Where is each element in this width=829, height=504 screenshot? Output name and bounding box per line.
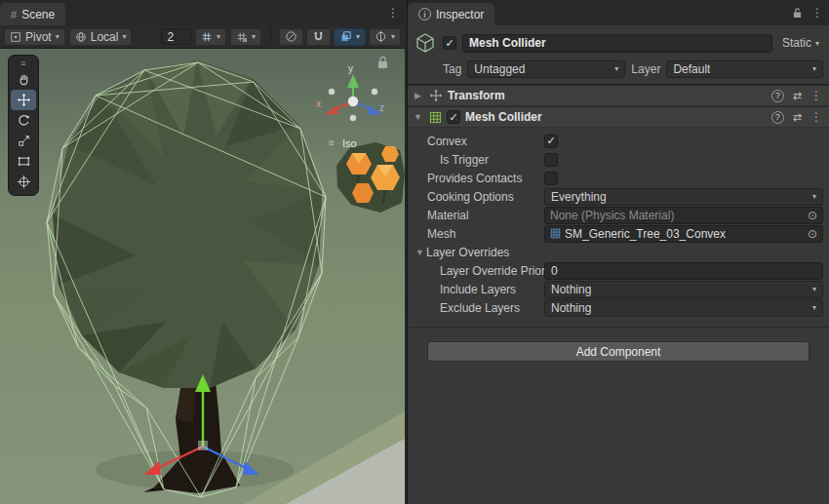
- overlay-dropdown[interactable]: ▾: [369, 28, 401, 46]
- tab-scene[interactable]: # Scene: [0, 3, 65, 25]
- row-mesh: Mesh SM_Generic_Tree_03_Convex ⊙: [408, 224, 823, 243]
- chevron-down-icon: ▾: [812, 192, 816, 201]
- chevron-down-icon: ▾: [122, 32, 126, 41]
- unity-editor: # Scene ⋮ Pivot ▾ Local ▾ 2: [0, 0, 829, 504]
- mesh-collider-enabled-checkbox[interactable]: ✓: [447, 110, 460, 124]
- transform-header[interactable]: ▶ Transform ? ⇄ ⋮: [408, 85, 829, 106]
- scene-viewport[interactable]: y x z ≡ Iso ≡: [0, 49, 405, 504]
- mesh-object-field[interactable]: SM_Generic_Tree_03_Convex ⊙: [544, 225, 823, 243]
- row-material: Material None (Physics Material) ⊙: [408, 206, 823, 224]
- grid-hash-icon: #: [11, 9, 17, 20]
- inspector-more-icon[interactable]: ⋮: [811, 6, 823, 19]
- exclude-layers-dropdown[interactable]: Nothing ▾: [544, 299, 823, 317]
- scene-more-icon[interactable]: ⋮: [387, 6, 399, 19]
- mesh-collider-title: Mesh Collider: [465, 110, 542, 124]
- chevron-down-icon: ▾: [812, 303, 816, 312]
- gizmos-icon: [375, 30, 387, 43]
- layer-label: Layer: [631, 62, 660, 76]
- help-icon[interactable]: ?: [771, 111, 784, 124]
- grid-visibility-dropdown[interactable]: ▾: [195, 28, 226, 46]
- pivot-dropdown[interactable]: Pivot ▾: [4, 28, 65, 46]
- rotate-tool-button[interactable]: [11, 110, 36, 131]
- handle-orientation-dropdown[interactable]: Local ▾: [69, 28, 133, 46]
- chevron-down-icon: ▾: [356, 32, 360, 41]
- row-cooking-options: Cooking Options Everything ▾: [408, 187, 823, 206]
- pivot-label: Pivot: [25, 30, 52, 44]
- collider-cube-icon: [414, 31, 437, 55]
- rotate-icon: [17, 113, 31, 128]
- snapping-toggle[interactable]: [306, 28, 331, 46]
- magnet-icon: [312, 30, 325, 43]
- move-icon: [17, 93, 31, 107]
- static-label: Static: [782, 36, 811, 50]
- gameobject-active-checkbox[interactable]: ✓: [443, 36, 456, 50]
- view-tool-button[interactable]: [11, 69, 36, 90]
- local-label: Local: [91, 30, 119, 44]
- mesh-collider-more-icon[interactable]: ⋮: [810, 110, 822, 124]
- gameobject-header: ✓ Mesh Collider Static ▾ Tag Untagged ▾ …: [408, 25, 829, 85]
- grid-icon: [201, 31, 213, 43]
- layer-overrides-foldout[interactable]: ▼ Layer Overrides: [408, 243, 823, 261]
- object-picker-icon[interactable]: ⊙: [806, 228, 819, 240]
- grid-snap-dropdown[interactable]: ▾: [230, 28, 261, 46]
- row-provides-contacts: Provides Contacts ✓: [408, 169, 823, 187]
- convex-checkbox[interactable]: ✓: [544, 135, 558, 148]
- transform-more-icon[interactable]: ⋮: [810, 89, 822, 102]
- layer-dropdown[interactable]: Default ▾: [666, 60, 823, 78]
- scale-icon: [17, 134, 31, 148]
- inspector-tabbar: i Inspector ⋮: [408, 0, 829, 25]
- gameobject-name-field[interactable]: Mesh Collider: [462, 34, 772, 53]
- scene-visibility-toggle[interactable]: [279, 28, 303, 46]
- static-dropdown[interactable]: Static ▾: [778, 36, 823, 50]
- chevron-down-icon: ▾: [217, 32, 220, 41]
- provides-contacts-checkbox[interactable]: ✓: [544, 172, 558, 185]
- layer-override-priority-input[interactable]: 0: [544, 262, 823, 280]
- move-tool-button[interactable]: [11, 90, 36, 110]
- tab-inspector[interactable]: i Inspector: [408, 3, 494, 25]
- axis-y-label: y: [348, 63, 353, 74]
- transform-icon: [429, 89, 443, 102]
- foldout-open-icon[interactable]: ▼: [412, 112, 424, 122]
- hand-icon: [17, 72, 31, 87]
- info-icon: i: [418, 8, 431, 20]
- chevron-down-icon: ▾: [252, 32, 256, 41]
- presets-icon[interactable]: ⇄: [793, 111, 802, 124]
- iso-label: Iso: [342, 137, 357, 149]
- presets-icon[interactable]: ⇄: [793, 90, 802, 102]
- mesh-collider-header[interactable]: ▼ ✓ Mesh Collider ? ⇄ ⋮: [408, 106, 829, 128]
- foldout-closed-icon[interactable]: ▶: [412, 91, 424, 100]
- help-icon[interactable]: ?: [771, 90, 784, 102]
- scene-tabbar: # Scene ⋮: [0, 0, 405, 25]
- transform-tool-button[interactable]: [11, 172, 36, 192]
- chevron-down-icon: ▾: [812, 64, 816, 73]
- chevron-down-icon: ▾: [815, 39, 819, 48]
- rect-icon: [17, 154, 31, 169]
- scene-toolbar: Pivot ▾ Local ▾ 2 ▾ ▾: [0, 25, 405, 49]
- tag-dropdown[interactable]: Untagged ▾: [467, 60, 625, 78]
- include-layers-dropdown[interactable]: Nothing ▾: [544, 281, 823, 298]
- scale-tool-button[interactable]: [11, 131, 36, 151]
- axis-z-label: z: [379, 102, 384, 113]
- circle-slash-icon: [285, 30, 297, 43]
- lock-icon[interactable]: [792, 7, 803, 19]
- add-component-button[interactable]: Add Component: [427, 341, 809, 362]
- add-component-area: Add Component: [408, 327, 829, 375]
- iso-indicator[interactable]: ≡ Iso: [329, 137, 357, 149]
- cooking-options-dropdown[interactable]: Everything ▾: [544, 188, 823, 206]
- grid-size-input[interactable]: 2: [161, 28, 191, 45]
- render-mode-toggle[interactable]: ▾: [334, 28, 366, 46]
- rect-tool-button[interactable]: [11, 151, 36, 172]
- pivot-icon: [10, 31, 21, 43]
- is-trigger-checkbox[interactable]: ✓: [544, 153, 558, 167]
- tab-inspector-label: Inspector: [436, 8, 484, 21]
- material-object-field[interactable]: None (Physics Material) ⊙: [544, 207, 823, 224]
- tab-scene-label: Scene: [21, 8, 55, 21]
- object-picker-icon[interactable]: ⊙: [806, 210, 819, 221]
- row-convex: Convex ✓: [408, 132, 823, 150]
- row-is-trigger: Is Trigger ✓: [408, 150, 823, 169]
- overlay-grip[interactable]: ≡: [11, 58, 36, 69]
- inspector-panel: i Inspector ⋮ ✓ Mesh Collider Static ▾: [407, 0, 829, 504]
- chevron-down-icon: ▾: [56, 32, 59, 41]
- scene-panel: # Scene ⋮ Pivot ▾ Local ▾ 2: [0, 0, 405, 504]
- foldout-open-icon: ▼: [414, 248, 426, 257]
